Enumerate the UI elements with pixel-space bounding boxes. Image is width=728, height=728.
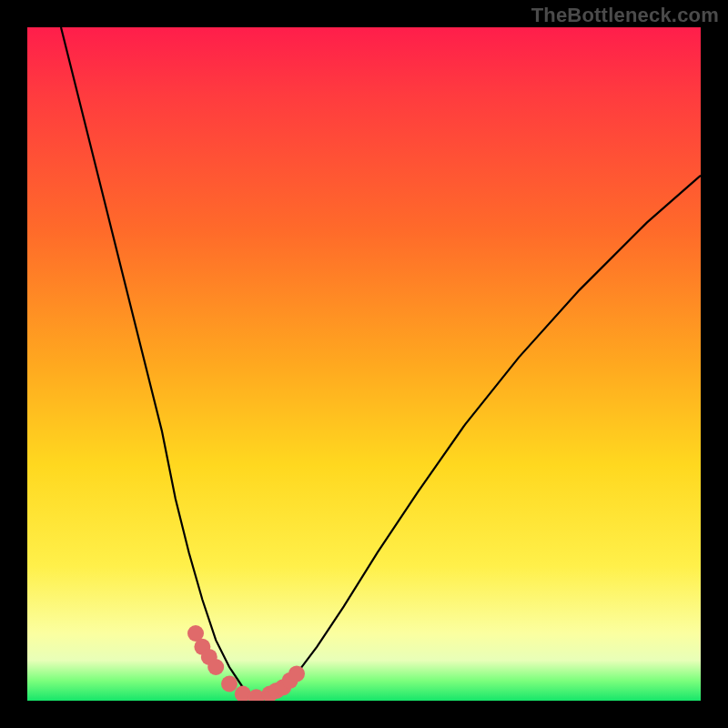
- chart-frame: TheBottleneck.com: [0, 0, 728, 728]
- marker-dot: [207, 659, 224, 675]
- bottleneck-curve: [61, 27, 701, 697]
- marker-dot: [221, 676, 238, 693]
- marker-group: [187, 625, 305, 701]
- plot-area: [27, 27, 701, 701]
- curve-layer: [27, 27, 701, 701]
- watermark-label: TheBottleneck.com: [531, 4, 719, 27]
- marker-dot: [288, 665, 305, 682]
